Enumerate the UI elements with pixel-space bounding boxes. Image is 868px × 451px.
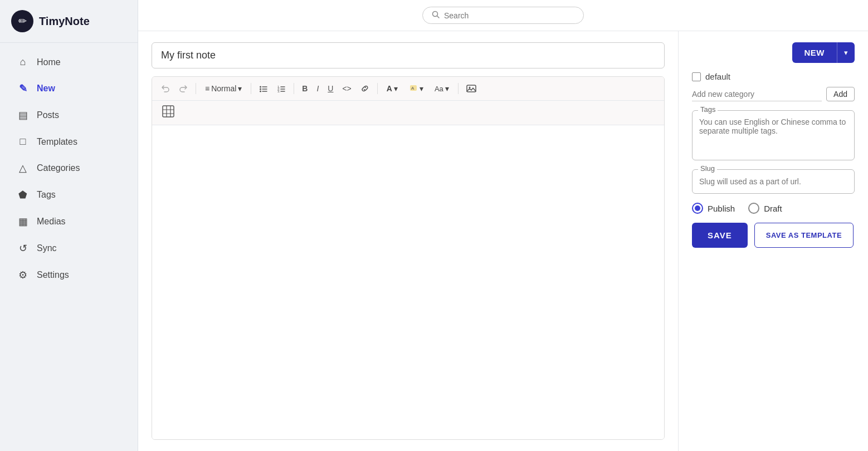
sidebar-label-categories: Categories bbox=[37, 163, 80, 173]
svg-text:A: A bbox=[411, 86, 415, 91]
unordered-list-button[interactable] bbox=[256, 82, 271, 95]
format-select[interactable]: ≡ Normal ▾ bbox=[201, 82, 246, 95]
slug-input[interactable] bbox=[699, 177, 847, 186]
toolbar-divider-1 bbox=[196, 83, 196, 94]
svg-text:3.: 3. bbox=[277, 90, 280, 93]
sidebar-label-posts: Posts bbox=[37, 110, 59, 120]
text-color-select[interactable]: A ▾ bbox=[382, 82, 402, 95]
new-icon: ✎ bbox=[17, 82, 29, 95]
home-icon: ⌂ bbox=[17, 56, 29, 68]
sidebar-label-settings: Settings bbox=[37, 270, 69, 280]
category-default-row[interactable]: default bbox=[692, 72, 855, 81]
slug-field: Slug bbox=[692, 169, 855, 194]
tags-icon: ⬟ bbox=[17, 189, 29, 201]
svg-point-6 bbox=[260, 91, 261, 92]
tags-legend: Tags bbox=[698, 105, 718, 114]
category-add-input[interactable] bbox=[692, 87, 822, 101]
medias-icon: ▦ bbox=[17, 215, 29, 228]
sidebar-item-categories[interactable]: △ Categories bbox=[4, 155, 133, 181]
templates-icon: □ bbox=[17, 136, 29, 148]
highlight-chevron: ▾ bbox=[420, 84, 423, 93]
publish-option[interactable]: Publish bbox=[692, 203, 735, 214]
note-title-input[interactable] bbox=[152, 42, 665, 68]
link-button[interactable] bbox=[357, 82, 373, 95]
format-label: Normal bbox=[211, 84, 236, 93]
tags-input[interactable] bbox=[699, 117, 847, 151]
save-as-template-button[interactable]: SAVE AS TEMPLATE bbox=[754, 223, 854, 248]
logo-area: ✏ TimyNote bbox=[0, 0, 138, 43]
toolbar-divider-4 bbox=[377, 83, 378, 94]
sidebar-item-new[interactable]: ✎ New bbox=[4, 76, 133, 101]
right-panel: NEW ▾ default Add Tags bbox=[679, 31, 868, 451]
text-color-chevron: ▾ bbox=[394, 84, 398, 93]
main-area: ≡ Normal ▾ bbox=[138, 0, 868, 451]
table-button[interactable] bbox=[158, 103, 179, 122]
toolbar-divider-2 bbox=[251, 83, 251, 94]
new-button[interactable]: NEW bbox=[792, 42, 837, 63]
sidebar-item-tags[interactable]: ⬟ Tags bbox=[4, 182, 133, 208]
draft-label: Draft bbox=[764, 204, 782, 213]
save-button[interactable]: SAVE bbox=[692, 223, 748, 248]
underline-button[interactable]: U bbox=[324, 82, 337, 95]
sidebar-label-new: New bbox=[37, 84, 55, 94]
editor-body[interactable] bbox=[152, 125, 664, 439]
sidebar-item-settings[interactable]: ⚙ Settings bbox=[4, 262, 133, 288]
tags-field: Tags bbox=[692, 110, 855, 160]
font-size-select[interactable]: Aa ▾ bbox=[430, 82, 453, 95]
italic-button[interactable]: I bbox=[313, 82, 322, 95]
new-button-group: NEW ▾ bbox=[792, 42, 855, 63]
format-icon: ≡ bbox=[205, 84, 209, 93]
bold-icon: B bbox=[302, 84, 308, 93]
sidebar-item-medias[interactable]: ▦ Medias bbox=[4, 209, 133, 234]
category-section: default Add bbox=[692, 72, 855, 101]
editor-wrapper: ≡ Normal ▾ bbox=[152, 76, 665, 440]
sidebar-label-templates: Templates bbox=[37, 137, 77, 147]
settings-icon: ⚙ bbox=[17, 269, 29, 281]
font-size-chevron: ▾ bbox=[445, 84, 449, 93]
image-button[interactable] bbox=[463, 81, 480, 96]
search-input[interactable] bbox=[444, 11, 574, 20]
italic-icon: I bbox=[316, 84, 319, 93]
toolbar-divider-3 bbox=[294, 83, 294, 94]
sidebar-nav: ⌂ Home ✎ New ▤ Posts □ Templates △ Categ… bbox=[0, 43, 138, 295]
posts-icon: ▤ bbox=[17, 109, 29, 121]
highlight-color-select[interactable]: A ▾ bbox=[404, 82, 428, 95]
svg-point-2 bbox=[260, 86, 261, 88]
svg-rect-16 bbox=[467, 85, 476, 92]
app-name: TimyNote bbox=[39, 15, 90, 28]
sidebar-item-posts[interactable]: ▤ Posts bbox=[4, 102, 133, 128]
svg-line-1 bbox=[437, 16, 440, 18]
sidebar-item-templates[interactable]: □ Templates bbox=[4, 129, 133, 154]
ordered-list-button[interactable]: 1. 2. 3. bbox=[274, 82, 289, 95]
publish-radio[interactable] bbox=[692, 203, 703, 214]
code-button[interactable]: <> bbox=[339, 82, 354, 95]
sidebar-label-home: Home bbox=[37, 57, 61, 67]
code-icon: <> bbox=[342, 84, 351, 93]
publish-row: Publish Draft bbox=[692, 203, 855, 214]
redo-button[interactable] bbox=[175, 82, 191, 95]
category-default-checkbox[interactable] bbox=[692, 72, 701, 81]
slug-legend: Slug bbox=[698, 164, 717, 173]
editor-toolbar-row2 bbox=[152, 101, 664, 125]
sidebar-label-medias: Medias bbox=[37, 217, 66, 227]
sidebar-label-tags: Tags bbox=[37, 190, 56, 200]
draft-option[interactable]: Draft bbox=[748, 203, 782, 214]
undo-button[interactable] bbox=[158, 82, 173, 95]
underline-icon: U bbox=[328, 84, 333, 93]
svg-point-4 bbox=[260, 89, 261, 90]
sidebar-item-home[interactable]: ⌂ Home bbox=[4, 50, 133, 75]
category-add-row: Add bbox=[692, 87, 855, 101]
search-icon bbox=[432, 11, 440, 20]
sync-icon: ↺ bbox=[17, 242, 29, 254]
logo-icon: ✏ bbox=[11, 10, 33, 32]
search-bar[interactable] bbox=[422, 7, 584, 24]
new-button-caret[interactable]: ▾ bbox=[837, 42, 855, 63]
bold-button[interactable]: B bbox=[299, 82, 311, 95]
text-color-icon: A bbox=[387, 84, 392, 93]
toolbar-divider-5 bbox=[458, 83, 459, 94]
category-add-button[interactable]: Add bbox=[826, 87, 855, 101]
editor-panel: ≡ Normal ▾ bbox=[138, 31, 679, 451]
draft-radio[interactable] bbox=[748, 203, 759, 214]
sidebar-item-sync[interactable]: ↺ Sync bbox=[4, 236, 133, 261]
caret-icon: ▾ bbox=[844, 48, 848, 57]
